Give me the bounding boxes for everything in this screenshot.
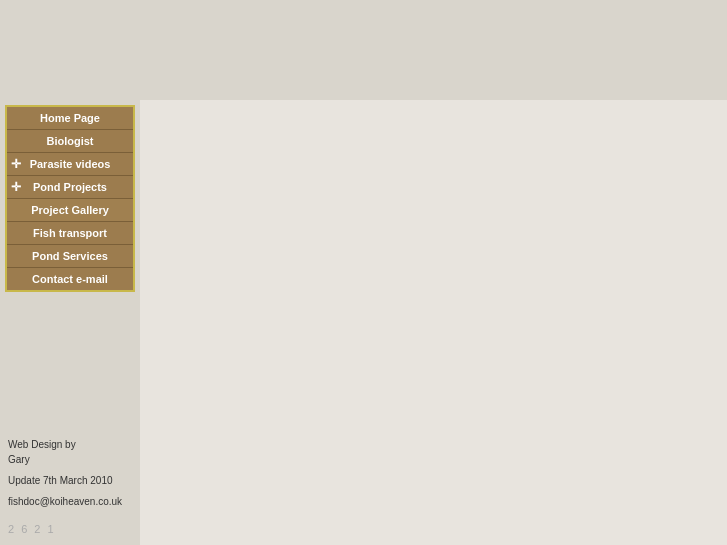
footer-email: fishdoc@koiheaven.co.uk — [8, 494, 138, 509]
nav-item-label: Contact e-mail — [32, 273, 108, 285]
nav-item-label: Parasite videos — [30, 158, 111, 170]
nav-item-biologist[interactable]: Biologist — [7, 130, 133, 153]
nav-item-pond-projects[interactable]: ✛Pond Projects — [7, 176, 133, 199]
content-area — [140, 100, 727, 545]
nav-item-label: Fish transport — [33, 227, 107, 239]
nav-item-label: Home Page — [40, 112, 100, 124]
nav-item-label: Pond Projects — [33, 181, 107, 193]
nav-item-parasite-videos[interactable]: ✛Parasite videos — [7, 153, 133, 176]
nav-item-label: Biologist — [46, 135, 93, 147]
nav-item-home-page[interactable]: Home Page — [7, 107, 133, 130]
footer-credit: Web Design byGary — [8, 437, 138, 467]
nav-item-project-gallery[interactable]: Project Gallery — [7, 199, 133, 222]
page-counter: 2 6 2 1 — [8, 523, 56, 535]
footer-area: Web Design byGary Update 7th March 2010 … — [8, 437, 138, 515]
nav-item-fish-transport[interactable]: Fish transport — [7, 222, 133, 245]
nav-container: Home PageBiologist✛Parasite videos✛Pond … — [5, 105, 135, 292]
nav-item-label: Project Gallery — [31, 204, 109, 216]
expand-icon: ✛ — [11, 180, 21, 194]
expand-icon: ✛ — [11, 157, 21, 171]
top-bar — [0, 0, 727, 100]
nav-item-contact-e-mail[interactable]: Contact e-mail — [7, 268, 133, 290]
nav-item-label: Pond Services — [32, 250, 108, 262]
footer-update: Update 7th March 2010 — [8, 473, 138, 488]
nav-item-pond-services[interactable]: Pond Services — [7, 245, 133, 268]
